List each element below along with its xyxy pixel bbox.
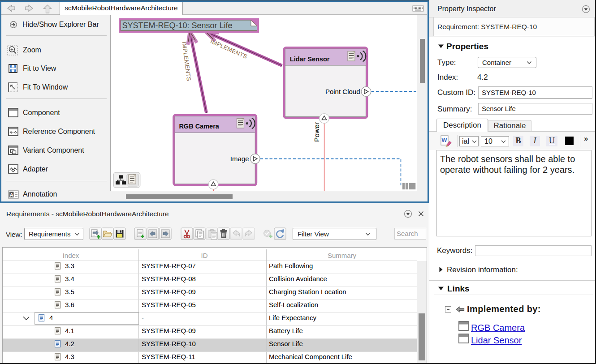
svg-text:Summary: Summary [328, 252, 357, 259]
svg-text:SYSTEM-REQ-10: Sensor Life: SYSTEM-REQ-10: Sensor Life [122, 21, 233, 30]
svg-text:Image: Image [230, 155, 249, 163]
svg-text:Point Cloud: Point Cloud [325, 88, 360, 95]
svg-text:Power: Power [313, 122, 320, 142]
svg-text:-: - [142, 314, 144, 321]
svg-text:3.4: 3.4 [65, 275, 74, 283]
svg-text:4: 4 [49, 314, 53, 321]
svg-text:SYSTEM-REQ-11: SYSTEM-REQ-11 [142, 353, 195, 360]
svg-text:Mechanical Component Life: Mechanical Component Life [269, 353, 352, 360]
svg-text:SYSTEM-REQ-08: SYSTEM-REQ-08 [142, 275, 196, 283]
svg-text:4.3: 4.3 [65, 353, 74, 360]
svg-text:ID: ID [201, 252, 208, 259]
svg-text:SYSTEM-REQ-05: SYSTEM-REQ-05 [142, 301, 196, 308]
svg-text:SYSTEM-REQ-07: SYSTEM-REQ-07 [142, 262, 196, 270]
svg-text:Collision Avoidance: Collision Avoidance [269, 275, 327, 283]
svg-text:Index: Index [63, 252, 79, 259]
svg-text:4.1: 4.1 [65, 327, 74, 334]
svg-text:Self-Localization: Self-Localization [269, 301, 318, 308]
svg-text:A: A [10, 192, 13, 197]
svg-text:IMPLEMENTS: IMPLEMENTS [181, 41, 193, 81]
svg-text:3.3: 3.3 [65, 262, 74, 270]
svg-text:SYSTEM-REQ-09: SYSTEM-REQ-09 [142, 288, 196, 295]
svg-text:Battery Life: Battery Life [269, 327, 303, 334]
svg-text:W: W [441, 137, 447, 143]
svg-text:Path Following: Path Following [269, 262, 313, 270]
svg-text:SYSTEM-REQ-10: SYSTEM-REQ-10 [142, 340, 196, 347]
svg-text:3.5: 3.5 [65, 288, 74, 295]
svg-text:Sensor Life: Sensor Life [269, 340, 303, 347]
svg-text:3.6: 3.6 [65, 301, 74, 308]
svg-text:4.2: 4.2 [65, 340, 74, 347]
svg-text:SYSTEM-REQ-09: SYSTEM-REQ-09 [142, 327, 196, 334]
svg-text:RGB Camera: RGB Camera [179, 123, 219, 130]
svg-text:Charging Station Location: Charging Station Location [269, 288, 346, 295]
svg-text:Life Expectancy: Life Expectancy [269, 314, 316, 321]
svg-text:Lidar Sensor: Lidar Sensor [290, 56, 330, 63]
